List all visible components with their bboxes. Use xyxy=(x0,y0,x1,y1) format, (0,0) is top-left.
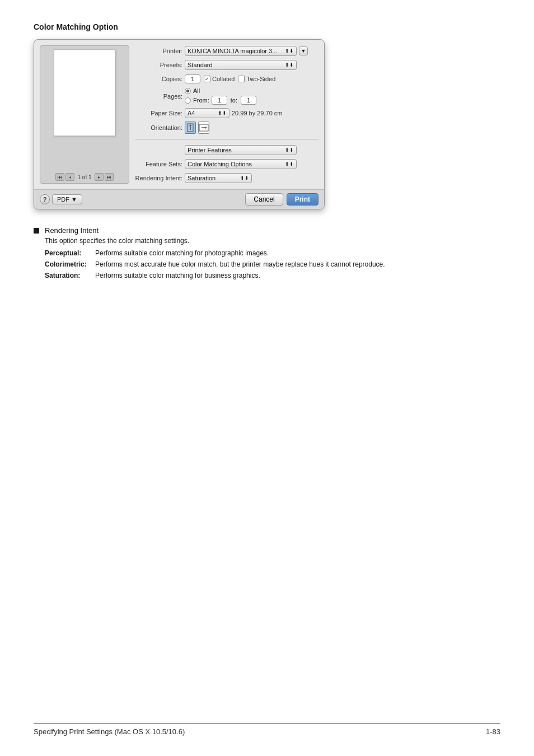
pages-to-label: to: xyxy=(231,97,237,104)
printer-stepper-icon: ⬆⬇ xyxy=(285,48,294,54)
copies-row: Copies: 1 Collated Two-Sided xyxy=(135,73,318,85)
bullet-title: Rendering Intent xyxy=(45,226,500,235)
feature-sets-select[interactable]: Color Matching Options ⬆⬇ xyxy=(185,159,297,169)
pages-from-label: From: xyxy=(193,97,209,104)
prev-page-button[interactable]: ◂ xyxy=(65,173,74,181)
copies-label: Copies: xyxy=(135,76,182,82)
pages-row: Pages: All From: 1 to: xyxy=(135,87,318,105)
pages-radio-group: All From: 1 to: 1 xyxy=(185,87,256,105)
print-button[interactable]: Print xyxy=(287,193,318,206)
pages-all-label: All xyxy=(193,87,200,94)
presets-row: Presets: Standard ⬆⬇ xyxy=(135,59,318,71)
perceptual-text: Performs suitable color matching for pho… xyxy=(95,249,500,257)
pages-all-radio[interactable] xyxy=(185,88,191,94)
paper-size-dim: 20.99 by 29.70 cm xyxy=(232,110,283,116)
footer-text: Specifying Print Settings (Mac OS X 10.5… xyxy=(34,727,185,736)
first-page-button[interactable]: ⏮ xyxy=(55,173,64,181)
preview-page xyxy=(54,49,115,136)
page-count-label: 1 of 1 xyxy=(77,174,91,180)
landscape-orientation-button[interactable] xyxy=(198,122,209,134)
saturation-label: Saturation: xyxy=(45,272,95,279)
ri-stepper-icon: ⬆⬇ xyxy=(240,175,249,181)
description-content: Rendering Intent This option specifies t… xyxy=(45,226,500,283)
presets-label: Presets: xyxy=(135,62,182,68)
colorimetric-label: Colorimetric: xyxy=(45,260,95,268)
pages-to-input[interactable]: 1 xyxy=(241,96,256,105)
footer-page: 1-83 xyxy=(486,727,500,736)
paper-size-label: Paper Size: xyxy=(135,110,182,116)
twosided-checkbox-group: Two-Sided xyxy=(238,76,275,82)
desc-colorimetric: Colorimetric: Performs most accurate hue… xyxy=(45,260,500,268)
perceptual-label: Perceptual: xyxy=(45,249,95,257)
colorimetric-text: Performs most accurate hue color match, … xyxy=(95,260,500,268)
footer-left: ? PDF ▼ xyxy=(40,194,82,204)
desc-saturation: Saturation: Performs suitable color matc… xyxy=(45,272,500,279)
section-title: Color Matching Option xyxy=(34,22,500,31)
orientation-label: Orientation: xyxy=(135,124,182,131)
papersize-stepper-icon: ⬆⬇ xyxy=(218,110,227,116)
fs-stepper-icon: ⬆⬇ xyxy=(285,161,294,167)
settings-panel: Printer: KONICA MINOLTA magicolor 3... ⬆… xyxy=(135,45,318,184)
main-description-item: Rendering Intent This option specifies t… xyxy=(34,226,500,283)
page-footer: Specifying Print Settings (Mac OS X 10.5… xyxy=(34,724,500,736)
pages-label: Pages: xyxy=(135,93,182,100)
desc-perceptual: Perceptual: Performs suitable color matc… xyxy=(45,249,500,257)
feature-sets-label: Feature Sets: xyxy=(135,161,182,167)
cancel-button[interactable]: Cancel xyxy=(245,193,283,206)
paper-size-row: Paper Size: A4 ⬆⬇ 20.99 by 29.70 cm xyxy=(135,108,318,119)
collated-checkbox-group: Collated xyxy=(204,76,235,82)
pdf-button[interactable]: PDF ▼ xyxy=(52,194,82,204)
paper-size-select[interactable]: A4 ⬆⬇ xyxy=(185,108,229,118)
rendering-intent-select[interactable]: Saturation ⬆⬇ xyxy=(185,173,252,183)
presets-stepper-icon: ⬆⬇ xyxy=(285,62,294,68)
printer-row: Printer: KONICA MINOLTA magicolor 3... ⬆… xyxy=(135,45,318,57)
pages-from-input[interactable]: 1 xyxy=(212,96,227,105)
bullet-subtitle: This option specifies the color matching… xyxy=(45,237,500,245)
collated-checkbox[interactable] xyxy=(204,76,210,82)
footer-right: Cancel Print xyxy=(245,193,318,206)
print-dialog: ⏮ ◂ 1 of 1 ▸ ⏭ Printer: KONICA MINOLTA m… xyxy=(34,39,325,209)
printer-features-row: Printer Features ⬆⬇ xyxy=(135,144,318,156)
separator-1 xyxy=(135,139,318,139)
collated-label: Collated xyxy=(212,76,235,82)
portrait-orientation-button[interactable] xyxy=(185,122,196,134)
orientation-row: Orientation: xyxy=(135,122,318,134)
pages-from-radio[interactable] xyxy=(185,97,191,104)
twosided-checkbox[interactable] xyxy=(238,76,245,82)
last-page-button[interactable]: ⏭ xyxy=(105,173,114,181)
printer-label: Printer: xyxy=(135,48,182,54)
svg-marker-5 xyxy=(205,127,207,129)
twosided-label: Two-Sided xyxy=(246,76,275,82)
next-page-button[interactable]: ▸ xyxy=(95,173,104,181)
saturation-text: Performs suitable color matching for bus… xyxy=(95,272,500,279)
printer-options-button[interactable]: ▼ xyxy=(299,46,308,55)
bullet-icon xyxy=(34,228,39,234)
dialog-footer: ? PDF ▼ Cancel Print xyxy=(34,189,324,209)
rendering-intent-row: Rendering Intent: Saturation ⬆⬇ xyxy=(135,172,318,184)
feature-sets-row: Feature Sets: Color Matching Options ⬆⬇ xyxy=(135,158,318,170)
printer-select[interactable]: KONICA MINOLTA magicolor 3... ⬆⬇ xyxy=(185,46,297,56)
printer-features-select[interactable]: Printer Features ⬆⬇ xyxy=(185,145,297,155)
description-section: Rendering Intent This option specifies t… xyxy=(34,226,500,283)
copies-input[interactable]: 1 xyxy=(185,74,200,83)
pf-stepper-icon: ⬆⬇ xyxy=(285,147,294,153)
presets-select[interactable]: Standard ⬆⬇ xyxy=(185,60,297,70)
rendering-intent-label: Rendering Intent: xyxy=(135,175,182,181)
preview-panel: ⏮ ◂ 1 of 1 ▸ ⏭ xyxy=(40,45,129,184)
svg-marker-2 xyxy=(189,124,191,126)
help-button[interactable]: ? xyxy=(40,194,50,204)
